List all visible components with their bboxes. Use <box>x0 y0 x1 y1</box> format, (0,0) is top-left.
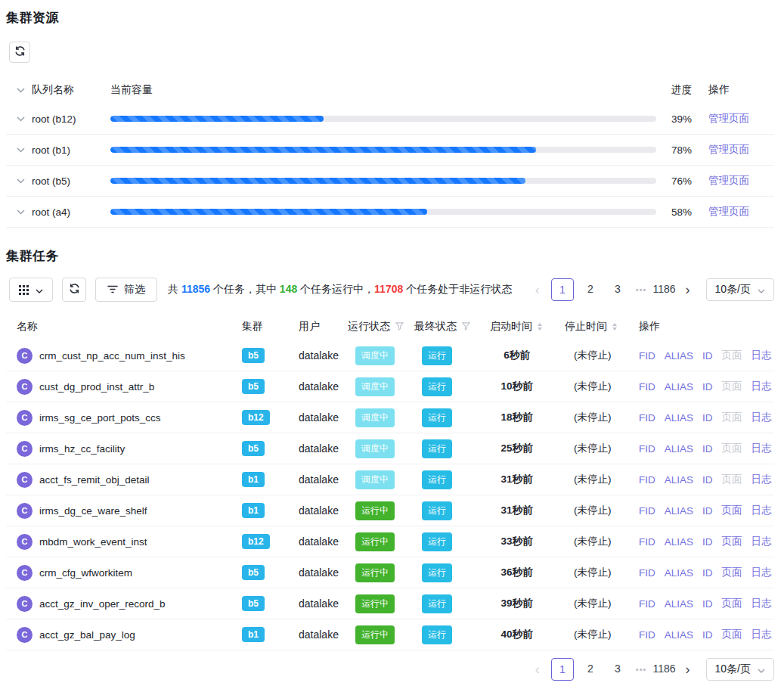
pagination-page-1186[interactable]: 1186 <box>652 658 675 681</box>
fid-link[interactable]: FID <box>639 536 655 548</box>
queue-expand-chevron-icon[interactable] <box>9 178 32 184</box>
fid-link[interactable]: FID <box>639 567 655 579</box>
page-link[interactable]: 页面 <box>722 504 742 517</box>
log-link[interactable]: 日志 <box>751 597 772 610</box>
alias-link[interactable]: ALIAS <box>665 443 693 455</box>
queue-row: root (b5) 76% 管理页面 <box>6 166 774 197</box>
page-link[interactable]: 页面 <box>722 628 742 641</box>
alias-link[interactable]: ALIAS <box>665 536 693 548</box>
manage-page-link[interactable]: 管理页面 <box>708 113 749 124</box>
user-header: 用户 <box>288 320 337 334</box>
start-time: 33秒前 <box>479 535 554 548</box>
alias-link[interactable]: ALIAS <box>665 381 693 393</box>
alias-link[interactable]: ALIAS <box>665 505 693 517</box>
id-link[interactable]: ID <box>702 536 713 548</box>
alias-link[interactable]: ALIAS <box>665 350 693 362</box>
id-link[interactable]: ID <box>702 567 713 579</box>
queue-expand-chevron-icon[interactable] <box>9 147 32 153</box>
filter-funnel-icon[interactable] <box>462 321 470 333</box>
alias-link[interactable]: ALIAS <box>665 474 693 486</box>
stop-time-sorter-icon[interactable] <box>612 323 617 331</box>
log-link[interactable]: 日志 <box>751 411 772 424</box>
id-link[interactable]: ID <box>702 505 713 517</box>
task-row: C cust_dg_prod_inst_attr_b b5 datalake 调… <box>6 371 774 402</box>
alias-link[interactable]: ALIAS <box>665 598 693 610</box>
task-name: acct_gz_bal_pay_log <box>39 629 135 641</box>
final-status-badge: 运行 <box>422 532 452 551</box>
page-size-select[interactable]: 10条/页 <box>706 278 774 301</box>
pagination-page-1[interactable]: 1 <box>551 278 574 301</box>
log-link[interactable]: 日志 <box>751 535 772 548</box>
id-link[interactable]: ID <box>702 350 713 362</box>
start-time: 6秒前 <box>479 349 554 362</box>
pagination-page-3[interactable]: 3 <box>607 658 628 681</box>
page-link[interactable]: 页面 <box>722 535 742 548</box>
page-link[interactable]: 页面 <box>722 566 742 579</box>
task-name: mbdm_work_event_inst <box>39 536 147 548</box>
log-link[interactable]: 日志 <box>751 628 772 641</box>
pagination-prev-button[interactable]: ‹ <box>530 659 545 680</box>
log-link[interactable]: 日志 <box>751 349 772 362</box>
task-avatar: C <box>17 348 33 364</box>
alias-link[interactable]: ALIAS <box>665 567 693 579</box>
page-link[interactable]: 页面 <box>722 597 742 610</box>
filter-button[interactable]: 筛选 <box>95 278 157 302</box>
pagination-next-button[interactable]: › <box>680 279 696 300</box>
alias-link[interactable]: ALIAS <box>665 412 693 424</box>
bottom-pagination-bar: ‹123•••1186›10条/页 <box>6 658 774 681</box>
cluster-badge: b1 <box>242 472 265 487</box>
column-settings-button[interactable] <box>9 278 53 302</box>
filter-funnel-icon[interactable] <box>395 321 404 333</box>
fid-link[interactable]: FID <box>639 474 655 486</box>
pagination-next-button[interactable]: › <box>680 659 696 680</box>
action-header: 操作 <box>702 83 774 97</box>
name-header: 名称 <box>6 320 231 334</box>
fid-link[interactable]: FID <box>639 381 655 393</box>
queue-table: 队列名称 当前容量 进度 操作 root (b12) 39% 管理页面 root… <box>6 76 774 228</box>
pagination-prev-button[interactable]: ‹ <box>530 279 545 300</box>
run-status-badge: 运行中 <box>355 501 395 520</box>
pagination-ellipsis[interactable]: ••• <box>636 285 647 294</box>
task-user: datalake <box>288 442 337 455</box>
manage-page-link[interactable]: 管理页面 <box>708 144 749 155</box>
pagination-page-2[interactable]: 2 <box>580 278 601 301</box>
id-link[interactable]: ID <box>702 443 713 455</box>
page-size-select[interactable]: 10条/页 <box>706 658 774 681</box>
id-link[interactable]: ID <box>702 629 713 641</box>
stop-time: (未停止) <box>554 380 628 393</box>
collapse-all-chevron-icon[interactable] <box>9 88 32 93</box>
resources-refresh-button[interactable] <box>9 42 30 63</box>
id-link[interactable]: ID <box>702 381 713 393</box>
id-link[interactable]: ID <box>702 474 713 486</box>
pagination-ellipsis[interactable]: ••• <box>636 665 647 674</box>
task-name: irms_dg_ce_ware_shelf <box>39 505 147 517</box>
id-link[interactable]: ID <box>702 412 713 424</box>
pagination-page-2[interactable]: 2 <box>580 658 601 681</box>
fid-link[interactable]: FID <box>639 598 655 610</box>
task-avatar: C <box>17 503 33 519</box>
log-link[interactable]: 日志 <box>751 504 772 517</box>
log-link[interactable]: 日志 <box>751 442 772 455</box>
log-link[interactable]: 日志 <box>751 380 772 393</box>
queue-expand-chevron-icon[interactable] <box>9 209 32 215</box>
manage-page-link[interactable]: 管理页面 <box>708 175 749 186</box>
start-time-sorter-icon[interactable] <box>538 323 542 331</box>
fid-link[interactable]: FID <box>639 505 655 517</box>
alias-link[interactable]: ALIAS <box>665 629 693 641</box>
fid-link[interactable]: FID <box>639 443 655 455</box>
task-avatar: C <box>17 596 33 612</box>
log-link[interactable]: 日志 <box>751 566 772 579</box>
pagination-page-1186[interactable]: 1186 <box>652 278 675 301</box>
fid-link[interactable]: FID <box>639 350 655 362</box>
queue-name: root (b5) <box>32 175 110 187</box>
pagination-page-3[interactable]: 3 <box>607 278 628 301</box>
manage-page-link[interactable]: 管理页面 <box>708 206 749 217</box>
summary-text: 个任务，其中 <box>210 283 280 295</box>
tasks-refresh-button[interactable] <box>62 278 86 302</box>
queue-expand-chevron-icon[interactable] <box>9 116 32 122</box>
id-link[interactable]: ID <box>702 598 713 610</box>
log-link[interactable]: 日志 <box>751 473 772 486</box>
fid-link[interactable]: FID <box>639 629 655 641</box>
pagination-page-1[interactable]: 1 <box>551 658 574 681</box>
fid-link[interactable]: FID <box>639 412 655 424</box>
